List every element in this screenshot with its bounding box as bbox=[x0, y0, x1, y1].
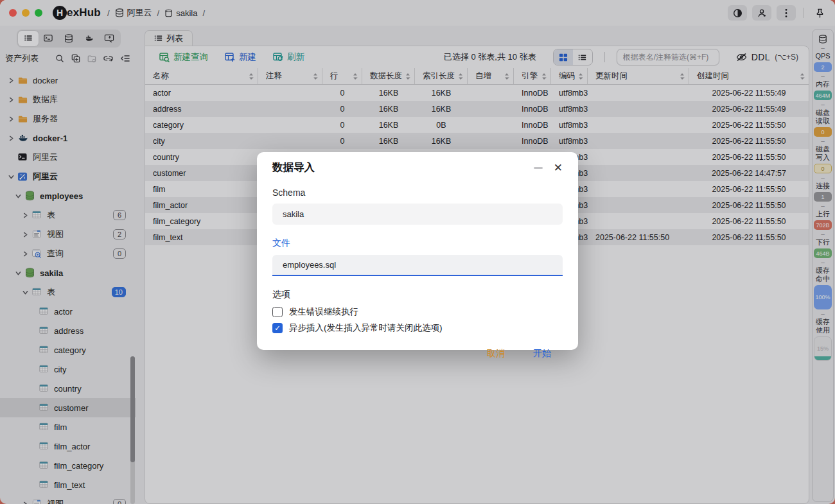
option-label: 异步插入(发生插入异常时请关闭此选项) bbox=[289, 322, 443, 334]
checkbox-checked[interactable]: ✓ bbox=[272, 323, 283, 333]
start-button[interactable]: 开始 bbox=[533, 348, 551, 360]
checkbox-unchecked[interactable] bbox=[272, 307, 283, 317]
app-window: H exHub / 阿里云 / sakila / bbox=[0, 0, 835, 504]
cancel-button[interactable]: 取消 bbox=[487, 348, 505, 360]
option-row: 发生错误继续执行 bbox=[272, 306, 563, 318]
file-picker-link[interactable]: 文件 bbox=[272, 238, 563, 249]
options-label: 选项 bbox=[272, 289, 563, 300]
schema-label: Schema bbox=[272, 187, 563, 198]
schema-field[interactable]: sakila bbox=[272, 204, 563, 225]
option-row: ✓异步插入(发生插入异常时请关闭此选项) bbox=[272, 322, 563, 334]
dialog-close-icon[interactable]: ✕ bbox=[554, 162, 563, 173]
dialog-minimize-button[interactable] bbox=[534, 167, 543, 169]
option-label: 发生错误继续执行 bbox=[289, 306, 358, 318]
file-field[interactable]: employees.sql bbox=[272, 255, 563, 276]
dialog-title: 数据导入 bbox=[272, 161, 315, 175]
data-import-dialog: 数据导入 ✕ Schema sakila 文件 employees.sql 选项… bbox=[257, 152, 578, 350]
